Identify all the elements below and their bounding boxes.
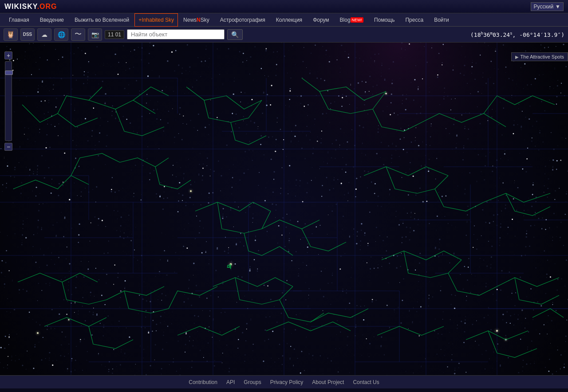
footer-groups[interactable]: Groups bbox=[244, 379, 261, 385]
nav-forum[interactable]: Форум bbox=[308, 13, 334, 27]
sky-map[interactable]: ♃ bbox=[0, 43, 568, 375]
coordinates-display: (18h36m03.24s, -06°14′13.9″) bbox=[470, 31, 564, 38]
nav-home[interactable]: Главная bbox=[4, 13, 35, 27]
nav-blog[interactable]: Blog NEW! bbox=[335, 13, 369, 27]
owl-button[interactable]: 🦉 bbox=[4, 28, 18, 41]
nav-login[interactable]: Войти bbox=[429, 13, 454, 27]
star-field-canvas bbox=[0, 43, 568, 375]
dss-label: DSS bbox=[23, 32, 32, 37]
nav-survive[interactable]: Выжить во Вселенной bbox=[69, 13, 134, 27]
nav-collection[interactable]: Коллекция bbox=[271, 13, 308, 27]
footer: Contribution API Groups Privacy Policy A… bbox=[0, 375, 568, 388]
footer-contact[interactable]: Contact Us bbox=[353, 379, 379, 385]
news-label: News bbox=[183, 17, 197, 23]
news-n: N bbox=[197, 17, 201, 23]
search-button[interactable]: 🔍 bbox=[227, 29, 243, 40]
coords-text: (18h36m03.24s, -06°14′13.9″) bbox=[470, 31, 564, 38]
nav-intro[interactable]: Введение bbox=[35, 13, 69, 27]
chevron-down-icon: ▼ bbox=[555, 4, 560, 10]
footer-privacy[interactable]: Privacy Policy bbox=[270, 379, 304, 385]
footer-api[interactable]: API bbox=[226, 379, 235, 385]
nav-inhabited[interactable]: + Inhabited Sky bbox=[134, 13, 178, 27]
blog-label: Blog bbox=[340, 17, 351, 23]
footer-contribution[interactable]: Contribution bbox=[189, 379, 217, 385]
nav-inhabited-label: Inhabited Sky bbox=[142, 17, 174, 23]
search-input[interactable] bbox=[127, 29, 225, 39]
clouds-icon: ☁ bbox=[41, 31, 47, 38]
attractive-spots-button[interactable]: The Attractive Spots bbox=[511, 52, 568, 61]
toolbar: 🦉 DSS ☁ 🌐 〜 📷 11 01 🔍 (18h36m03.24s, -06… bbox=[0, 27, 568, 43]
logo-org: .ORG bbox=[37, 3, 57, 10]
navigation: Главная Введение Выжить во Вселенной + I… bbox=[0, 13, 568, 27]
header: WIKISKY.ORG Русский ▼ bbox=[0, 0, 568, 13]
logo: WIKISKY.ORG bbox=[4, 3, 57, 11]
plus-icon: + bbox=[138, 17, 142, 23]
nav-press[interactable]: Пресса bbox=[400, 13, 429, 27]
nav-news[interactable]: NewsNSky bbox=[178, 13, 215, 27]
time-display: 11 01 bbox=[105, 30, 124, 39]
lang-label: Русский bbox=[534, 4, 554, 10]
clouds-button[interactable]: ☁ bbox=[37, 28, 51, 41]
waves-icon: 〜 bbox=[75, 30, 82, 39]
camera-button[interactable]: 📷 bbox=[88, 28, 102, 41]
footer-about[interactable]: About Project bbox=[312, 379, 344, 385]
waves-button[interactable]: 〜 bbox=[71, 28, 85, 41]
zoom-slider[interactable]: + − bbox=[4, 51, 12, 151]
camera-icon: 📷 bbox=[91, 31, 99, 38]
zoom-track[interactable] bbox=[5, 61, 12, 141]
logo-wiki: WIKISKY bbox=[4, 3, 37, 10]
nav-astrophoto[interactable]: Астрофотография bbox=[215, 13, 271, 27]
sky-label: Sky bbox=[201, 17, 209, 23]
owl-icon: 🦉 bbox=[6, 30, 15, 39]
globe-button[interactable]: 🌐 bbox=[54, 28, 68, 41]
zoom-in-button[interactable]: + bbox=[4, 51, 12, 59]
new-badge: NEW! bbox=[351, 17, 364, 23]
zoom-out-button[interactable]: − bbox=[4, 143, 12, 151]
zoom-thumb[interactable] bbox=[5, 71, 13, 75]
nav-help[interactable]: Помощь bbox=[369, 13, 400, 27]
language-selector[interactable]: Русский ▼ bbox=[531, 2, 564, 11]
attractive-spots-label: The Attractive Spots bbox=[521, 54, 564, 59]
dss-button[interactable]: DSS bbox=[20, 28, 35, 41]
search-icon: 🔍 bbox=[231, 31, 239, 38]
globe-icon: 🌐 bbox=[58, 31, 65, 38]
time-value: 11 01 bbox=[108, 31, 121, 38]
